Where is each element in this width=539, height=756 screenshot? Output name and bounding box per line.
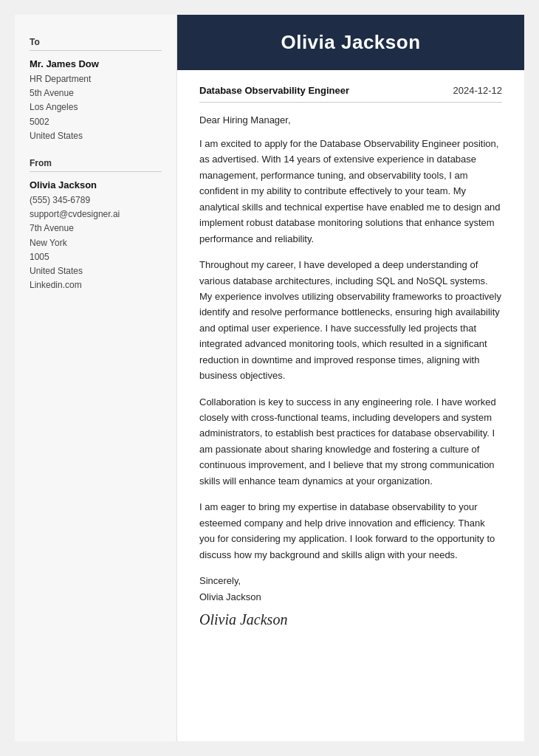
- from-section: From Olivia Jackson (555) 345-6789 suppo…: [30, 158, 162, 292]
- recipient-department: HR Department: [30, 72, 162, 86]
- letter-paragraph-2: Throughout my career, I have developed a…: [199, 257, 502, 384]
- sender-city: New York: [30, 236, 162, 250]
- applicant-name: Olivia Jackson: [199, 31, 502, 54]
- letter-greeting: Dear Hiring Manager,: [199, 114, 502, 126]
- to-section: To Mr. James Dow HR Department 5th Avenu…: [30, 37, 162, 143]
- job-title: Database Observability Engineer: [199, 85, 349, 96]
- closing-line1: Sincerely,: [199, 573, 502, 589]
- sender-linkedin: Linkedin.com: [30, 278, 162, 292]
- page-container: To Mr. James Dow HR Department 5th Avenu…: [15, 15, 524, 741]
- recipient-city: Los Angeles: [30, 100, 162, 114]
- letter-paragraph-4: I am eager to bring my expertise in data…: [199, 499, 502, 563]
- letter-paragraph-1: I am excited to apply for the Database O…: [199, 136, 502, 247]
- letter-closing: Sincerely, Olivia Jackson: [199, 573, 502, 605]
- letter-body: Database Observability Engineer 2024-12-…: [177, 70, 524, 741]
- letter-paragraph-3: Collaboration is key to success in any e…: [199, 394, 502, 489]
- sender-zip: 1005: [30, 250, 162, 264]
- recipient-country: United States: [30, 129, 162, 143]
- recipient-zip: 5002: [30, 115, 162, 129]
- sidebar: To Mr. James Dow HR Department 5th Avenu…: [15, 15, 177, 741]
- from-label: From: [30, 158, 162, 172]
- closing-name: Olivia Jackson: [199, 589, 502, 605]
- main-content: Olivia Jackson Database Observability En…: [177, 15, 524, 741]
- to-label: To: [30, 37, 162, 51]
- sender-email: support@cvdesigner.ai: [30, 207, 162, 221]
- sender-phone: (555) 345-6789: [30, 193, 162, 207]
- recipient-name: Mr. James Dow: [30, 58, 162, 69]
- recipient-street: 5th Avenue: [30, 86, 162, 100]
- letter-meta-row: Database Observability Engineer 2024-12-…: [199, 85, 502, 103]
- sender-country: United States: [30, 264, 162, 278]
- letter-date: 2024-12-12: [453, 85, 503, 96]
- sender-street: 7th Avenue: [30, 221, 162, 236]
- header-banner: Olivia Jackson: [177, 15, 524, 70]
- sender-name: Olivia Jackson: [30, 179, 162, 190]
- letter-signature: Olivia Jackson: [199, 611, 502, 628]
